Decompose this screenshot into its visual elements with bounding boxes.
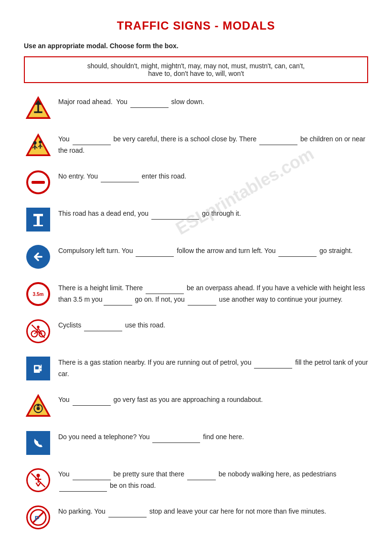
svg-point-5 xyxy=(33,141,37,145)
sign-4 xyxy=(24,205,53,234)
exercise-item-12: P No parking. You stop and leave your ca… xyxy=(24,503,368,532)
blank-11-2 xyxy=(187,473,216,480)
exercise-item-10: Do you need a telephone? You find one he… xyxy=(24,429,368,457)
svg-rect-14 xyxy=(37,216,40,225)
blank-12-1 xyxy=(108,510,147,517)
sentence-8: There is a gas station nearby. If you ar… xyxy=(58,354,368,380)
sign-9 xyxy=(24,391,53,420)
left-turn-sign xyxy=(26,245,50,269)
blank-4-1 xyxy=(151,212,199,220)
exercise-item-7: Cyclists use this road. xyxy=(24,317,368,346)
sentence-9: You go very fast as you are approaching … xyxy=(58,391,368,406)
instructions: Use an appropriate modal. Choose form th… xyxy=(24,42,368,50)
height-limit-sign: 3.5m xyxy=(26,282,50,306)
blank-2-2 xyxy=(259,137,297,145)
exercise-item-4: This road has a dead end, you go through… xyxy=(24,205,368,234)
sentence-10: Do you need a telephone? You find one he… xyxy=(58,429,368,443)
sign-5 xyxy=(24,242,53,271)
dead-end-sign xyxy=(26,208,50,232)
svg-point-9 xyxy=(39,140,42,143)
pedestrian-icon xyxy=(30,472,47,489)
svg-point-18 xyxy=(37,326,39,328)
modal-box: should, shouldn't, might, mightn't, may,… xyxy=(24,56,368,83)
sign-10 xyxy=(24,429,53,457)
sign-11 xyxy=(24,466,53,495)
exercise-item-1: Major road ahead. You slow down. xyxy=(24,94,368,122)
blank-6-1 xyxy=(146,286,184,294)
telephone-sign xyxy=(26,431,50,455)
no-cyclists-sign xyxy=(26,319,50,343)
svg-rect-23 xyxy=(41,365,42,367)
sentence-7: Cyclists use this road. xyxy=(58,317,368,331)
blank-2-1 xyxy=(73,137,111,145)
sentence-3: No entry. You enter this road. xyxy=(58,168,368,182)
left-arrow-icon xyxy=(30,248,47,265)
sign-1 xyxy=(24,94,53,122)
exercise-item-11: You be pretty sure that there be nobody … xyxy=(24,466,368,495)
sign-8 xyxy=(24,354,53,383)
sign-12: P xyxy=(24,503,53,532)
no-entry-sign xyxy=(26,170,50,194)
sentence-5: Compulsory left turn. You follow the arr… xyxy=(58,242,368,257)
gas-pump-icon xyxy=(30,360,47,377)
svg-line-32 xyxy=(36,483,39,486)
sign-6: 3.5m xyxy=(24,280,53,308)
sentence-11: You be pretty sure that there be nobody … xyxy=(58,466,368,492)
exercise-list: Major road ahead. You slow down. You be … xyxy=(24,94,368,532)
blank-5-2 xyxy=(278,249,317,257)
no-parking-icon: P xyxy=(29,508,47,526)
phone-icon xyxy=(30,434,47,452)
blank-6-3 xyxy=(188,298,216,305)
blank-1-1 xyxy=(130,100,169,108)
blank-3-1 xyxy=(101,175,139,182)
major-road-sign xyxy=(26,95,51,120)
dead-end-icon xyxy=(29,210,48,229)
sign-3 xyxy=(24,168,53,197)
blank-11-1 xyxy=(73,473,111,480)
sentence-4: This road has a dead end, you go through… xyxy=(58,205,368,220)
sign-2 xyxy=(24,131,53,159)
svg-text:P: P xyxy=(34,514,39,522)
svg-point-27 xyxy=(37,407,40,410)
exercise-item-8: There is a gas station nearby. If you ar… xyxy=(24,354,368,383)
sentence-6: There is a height limit. There be an ove… xyxy=(58,280,368,305)
blank-10-1 xyxy=(152,435,200,443)
svg-rect-13 xyxy=(33,214,43,216)
blank-11-3 xyxy=(59,484,107,492)
school-sign xyxy=(26,133,51,158)
exercise-item-5: Compulsory left turn. You follow the arr… xyxy=(24,242,368,271)
cyclist-icon xyxy=(30,323,47,340)
gas-station-sign xyxy=(26,357,50,380)
blank-8-1 xyxy=(254,361,292,368)
svg-line-33 xyxy=(38,483,41,486)
sentence-12: No parking. You stop and leave your car … xyxy=(58,503,368,517)
blank-6-2 xyxy=(104,298,132,305)
blank-5-1 xyxy=(136,249,174,257)
exercise-item-2: You be very careful, there is a school c… xyxy=(24,131,368,159)
svg-rect-15 xyxy=(33,225,43,226)
exercise-item-9: You go very fast as you are approaching … xyxy=(24,391,368,420)
svg-point-29 xyxy=(36,474,40,477)
sign-7 xyxy=(24,317,53,346)
blank-9-1 xyxy=(73,398,111,406)
sentence-2: You be very careful, there is a school c… xyxy=(58,131,368,157)
svg-marker-4 xyxy=(27,135,50,155)
exercise-item-6: 3.5m There is a height limit. There be a… xyxy=(24,280,368,308)
exercise-item-3: No entry. You enter this road. xyxy=(24,168,368,197)
page-title: TRAFFIC SIGNS - MODALS xyxy=(24,19,368,32)
no-pedestrians-sign xyxy=(26,468,50,492)
sentence-1: Major road ahead. You slow down. xyxy=(58,94,368,108)
roundabout-sign xyxy=(26,393,51,418)
svg-rect-21 xyxy=(35,367,39,369)
blank-7-1 xyxy=(84,324,122,331)
svg-point-17 xyxy=(39,331,45,337)
no-parking-sign: P xyxy=(26,505,50,529)
